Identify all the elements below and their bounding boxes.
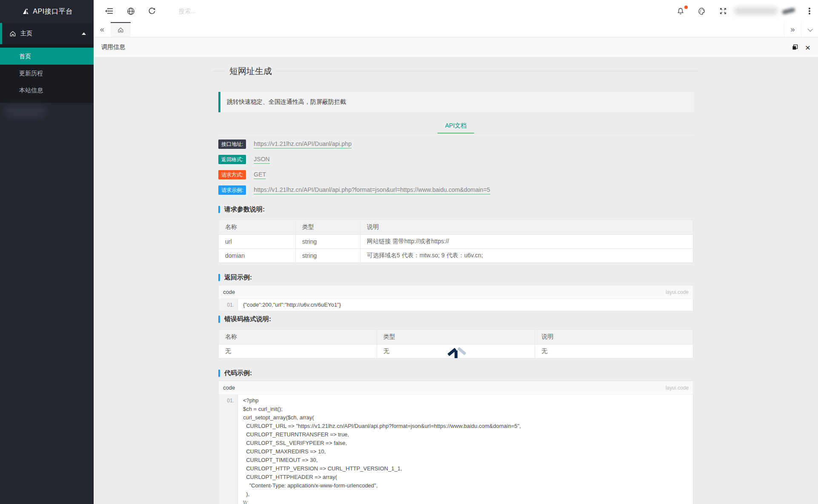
response-code-block: code layui.code 01. {"code":200,"url":"h… bbox=[218, 285, 693, 311]
tab-strip: « » bbox=[94, 22, 818, 37]
sail-logo-icon bbox=[21, 7, 29, 16]
tab-options-icon[interactable] bbox=[801, 22, 818, 37]
code-line: )); bbox=[243, 498, 693, 504]
api-fields: 接口地址: https://v1.21lhz.cn/API/Duanl/api.… bbox=[218, 140, 693, 195]
code-line: CURLOPT_SSL_VERIFYPEER => false, bbox=[243, 439, 693, 447]
restore-window-icon[interactable] bbox=[792, 44, 798, 51]
line-number: 01. bbox=[219, 395, 238, 504]
field-row: 请求示例: https://v1.21lhz.cn/API/Duanl/api.… bbox=[218, 185, 693, 195]
table-row: 无 无 无 bbox=[219, 345, 693, 359]
code-caption: code bbox=[223, 384, 235, 391]
home-tab-icon bbox=[117, 27, 124, 33]
errors-table: 名称 类型 说明 无 无 无 bbox=[218, 329, 693, 359]
active-stripe bbox=[0, 23, 2, 44]
table-row: domian string 可选择域名5 代表：mtw.so; 9 代表：u6v… bbox=[219, 249, 693, 263]
field-label-format: 返回格式: bbox=[218, 155, 246, 164]
field-row: 返回格式: JSON bbox=[218, 155, 693, 164]
field-row: 接口地址: https://v1.21lhz.cn/API/Duanl/api.… bbox=[218, 140, 693, 149]
doc-fieldset: 短网址生成 跳转快速稳定、全国连通性高，防屏蔽防拦截 API文档 接口地址: h… bbox=[213, 71, 698, 504]
top-toolbar bbox=[94, 0, 818, 22]
redacted-avatar bbox=[782, 8, 795, 15]
field-label-method: 请求方式: bbox=[218, 170, 246, 179]
code-line: "Content-Type: application/x-www-form-ur… bbox=[243, 481, 693, 490]
scroll-tabs-right-icon[interactable]: » bbox=[784, 22, 801, 37]
code-line: CURLOPT_MAXREDIRS => 10, bbox=[243, 447, 693, 456]
code-line: curl_setopt_array($ch, array( bbox=[243, 413, 693, 422]
heading-accent-bar bbox=[218, 274, 220, 281]
brand-logo[interactable]: API接口平台 bbox=[0, 0, 94, 23]
feature-quote: 跳转快速稳定、全国连通性高，防屏蔽防拦截 bbox=[218, 92, 693, 112]
scroll-tabs-left-icon[interactable]: « bbox=[94, 22, 111, 37]
code-lines: <?php $ch = curl_init(); curl_setopt_arr… bbox=[238, 395, 693, 504]
field-label-endpoint: 接口地址: bbox=[218, 140, 246, 149]
collapse-sidebar-icon[interactable] bbox=[99, 0, 120, 22]
params-table: 名称 类型 说明 url string 网站链接 需带http://或者http… bbox=[218, 219, 693, 263]
toolbar-right bbox=[670, 0, 818, 22]
code-line: CURLOPT_TIMEOUT => 30, bbox=[243, 456, 693, 464]
tab-strip-spacer bbox=[131, 22, 784, 37]
redacted-username bbox=[734, 7, 778, 15]
code-brand: layui.code bbox=[666, 385, 689, 391]
doc-content: 短网址生成 跳转快速稳定、全国连通性高，防屏蔽防拦截 API文档 接口地址: h… bbox=[94, 57, 818, 504]
redacted-sidebar-item bbox=[4, 105, 47, 118]
caret-up-icon bbox=[82, 32, 86, 35]
endpoint-url-link[interactable]: https://v1.21lhz.cn/API/Duanl/api.php bbox=[254, 140, 352, 148]
request-example-link[interactable]: https://v1.21lhz.cn/API/Duanl/api.php?fo… bbox=[254, 186, 490, 194]
line-number: 01. bbox=[219, 299, 238, 311]
section-heading-errors: 错误码格式说明: bbox=[218, 315, 693, 323]
section-heading-code: 代码示例: bbox=[218, 369, 693, 377]
website-globe-icon[interactable] bbox=[120, 0, 141, 22]
field-label-example: 请求示例: bbox=[218, 185, 246, 195]
notification-dot bbox=[684, 6, 688, 9]
code-line: $ch = curl_init(); bbox=[243, 405, 693, 413]
sidebar: API接口平台 主页 首页 更新历程 本站信息 bbox=[0, 0, 94, 504]
table-header-row: 名称 类型 说明 bbox=[219, 330, 693, 345]
sidebar-item-home-parent[interactable]: 主页 bbox=[0, 23, 94, 44]
table-row: url string 网站链接 需带http://或者https:// bbox=[219, 235, 693, 249]
search-input[interactable] bbox=[179, 8, 306, 14]
heading-accent-bar bbox=[218, 206, 220, 213]
tab-home[interactable] bbox=[111, 22, 131, 37]
code-caption: code bbox=[223, 289, 235, 295]
sidebar-item-site-info[interactable]: 本站信息 bbox=[0, 82, 94, 99]
heading-accent-bar bbox=[218, 316, 220, 323]
app-window: API接口平台 主页 首页 更新历程 本站信息 bbox=[0, 0, 818, 504]
theme-palette-icon[interactable] bbox=[691, 0, 712, 22]
code-line: CURLOPT_HTTP_VERSION => CURL_HTTP_VERSIO… bbox=[243, 464, 693, 473]
code-line: CURLOPT_RETURNTRANSFER => true, bbox=[243, 430, 693, 439]
close-icon[interactable]: × bbox=[805, 43, 810, 52]
code-line: ), bbox=[243, 490, 693, 498]
brand-title: API接口平台 bbox=[33, 7, 72, 16]
code-brand: layui.code bbox=[666, 289, 689, 295]
sidebar-submenu: 首页 更新历程 本站信息 bbox=[0, 44, 94, 103]
code-line: <?php bbox=[243, 396, 693, 405]
code-line: CURLOPT_HTTPHEADER => array( bbox=[243, 473, 693, 481]
code-line: {"code":200,"url":"http://u6v.cn/6uEYo1"… bbox=[243, 301, 693, 309]
request-method-link[interactable]: GET bbox=[254, 171, 266, 179]
refresh-icon[interactable] bbox=[141, 0, 163, 22]
fullscreen-icon[interactable] bbox=[712, 0, 734, 22]
main-column: « » 调用信息 × bbox=[94, 0, 818, 504]
panel-header: 调用信息 × bbox=[94, 37, 818, 57]
sidebar-parent-label: 主页 bbox=[20, 30, 32, 37]
tab-api-doc[interactable]: API文档 bbox=[438, 117, 475, 134]
section-heading-params: 请求参数说明: bbox=[218, 205, 693, 214]
doc-tabs: API文档 bbox=[218, 117, 693, 134]
section-heading-response: 返回示例: bbox=[218, 273, 693, 282]
return-format-link[interactable]: JSON bbox=[254, 156, 269, 164]
home-icon bbox=[9, 30, 16, 37]
field-row: 请求方式: GET bbox=[218, 170, 693, 179]
code-line: CURLOPT_URL => "https://v1.21lhz.cn/API/… bbox=[243, 422, 693, 430]
panel-title: 调用信息 bbox=[101, 43, 125, 51]
sidebar-item-index[interactable]: 首页 bbox=[0, 48, 94, 65]
notifications-bell-icon[interactable] bbox=[670, 0, 691, 22]
heading-accent-bar bbox=[218, 370, 220, 377]
more-menu-icon[interactable] bbox=[801, 0, 818, 22]
sidebar-item-changelog[interactable]: 更新历程 bbox=[0, 65, 94, 82]
table-header-row: 名称 类型 说明 bbox=[219, 220, 693, 235]
php-code-block: code layui.code 01. <?php $ch = curl_ini… bbox=[218, 381, 693, 504]
